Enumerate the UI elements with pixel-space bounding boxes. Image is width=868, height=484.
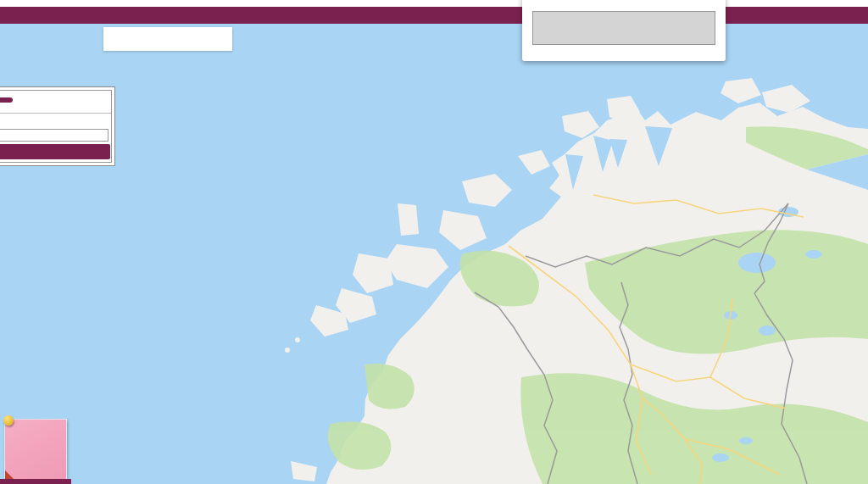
footer-bar-fragment (0, 479, 71, 484)
search-address-input[interactable] (103, 27, 232, 51)
note-corner-fold (5, 470, 14, 479)
sidebar-menu (0, 86, 115, 166)
notam-info-popup (522, 0, 726, 61)
nof-office-label (0, 113, 111, 126)
whats-new-note[interactable] (4, 419, 67, 480)
main-navbar (0, 7, 868, 24)
notam-panel (0, 90, 112, 163)
country-radio-group (0, 106, 111, 113)
nof-office-input[interactable] (0, 129, 108, 142)
clear-notams-button[interactable] (0, 97, 13, 103)
display-notams-button[interactable] (0, 144, 110, 159)
map-canvas[interactable] (0, 24, 868, 484)
ippc-notam-map-page (0, 0, 868, 484)
top-white-strip (0, 0, 868, 7)
map-terrain (0, 24, 868, 484)
notam-message-box (532, 11, 715, 45)
pin-icon (3, 415, 14, 426)
